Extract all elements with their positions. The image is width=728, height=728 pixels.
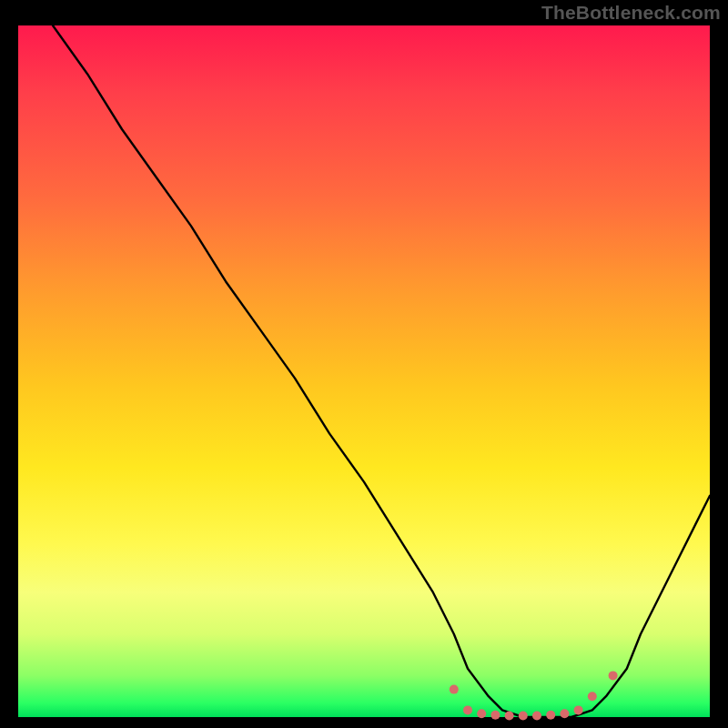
bottleneck-curve	[53, 25, 710, 717]
optimal-dot	[560, 709, 569, 718]
optimal-dot	[519, 712, 528, 721]
watermark-text: TheBottleneck.com	[541, 2, 721, 24]
chart-svg	[18, 25, 710, 717]
optimal-dot	[546, 711, 555, 720]
optimal-dot	[463, 705, 472, 714]
optimal-dot	[574, 705, 583, 714]
optimal-dot	[532, 712, 541, 721]
chart-container: TheBottleneck.com	[0, 0, 728, 728]
chart-plot-area	[18, 25, 710, 717]
optimal-dot	[477, 709, 486, 718]
optimal-dot	[609, 671, 618, 680]
optimal-dot	[450, 685, 459, 694]
optimal-dot	[505, 712, 514, 721]
optimal-dot	[490, 711, 500, 720]
optimal-dot	[588, 692, 597, 701]
